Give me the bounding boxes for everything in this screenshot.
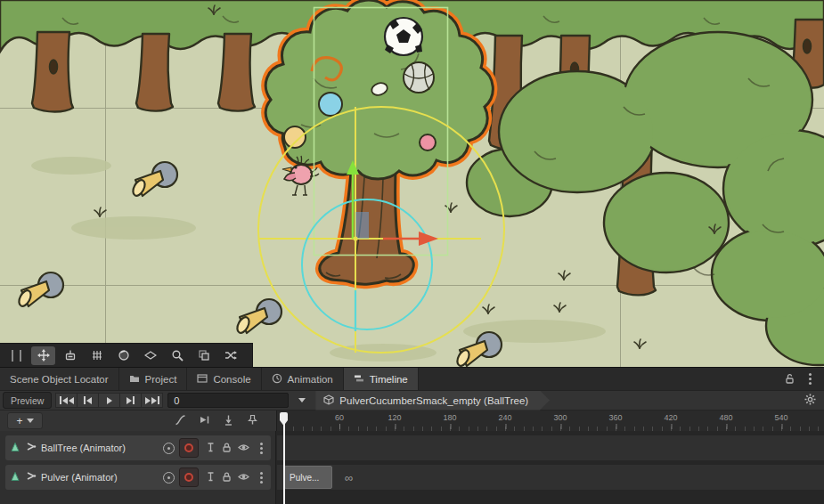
track-label: BallTree (Animator) [41,443,159,453]
kebab-icon[interactable] [809,378,812,380]
add-track-button[interactable]: + [7,412,43,429]
transport-buttons [55,393,163,408]
tab-label: Animation [288,374,333,385]
ruler-tick: 240 [498,413,511,422]
tab-label: Scene Object Locator [10,374,109,385]
move-tool-button[interactable] [31,346,55,365]
animation-clip[interactable]: Pulve... [284,466,332,489]
plane-tool-button[interactable] [138,346,162,365]
target-icon[interactable] [163,443,175,454]
scene-view[interactable] [0,0,824,367]
track-lane-balltree[interactable] [277,435,824,460]
soccer-ball[interactable] [385,18,422,55]
settings-button[interactable] [804,393,816,409]
plus-label: + [16,415,22,427]
avatar-icon [25,440,37,456]
ruler-tick: 120 [388,413,401,422]
ruler-tick: 180 [443,413,456,422]
ruler-tick: 420 [664,413,677,422]
scene-canvas[interactable] [0,0,824,367]
ruler-tick: 540 [774,413,787,422]
lock-icon[interactable] [222,469,232,485]
tab-project[interactable]: Project [119,368,188,390]
animation-icon [272,373,282,386]
tilemap-tool-button[interactable] [85,346,109,365]
pin-icon[interactable] [206,469,216,485]
marker-down-icon[interactable] [223,413,234,429]
tab-timeline[interactable]: Timeline [344,368,419,390]
bottom-panel: Scene Object Locator Project Console Ani… [0,367,824,504]
zoom-tool-button[interactable] [165,346,189,365]
tab-bar-right [776,368,824,390]
record-icon [184,443,193,452]
unlock-icon[interactable] [785,371,795,387]
drag-handle-icon[interactable] [4,346,29,365]
record-icon [184,473,193,482]
ruler-tick: 360 [608,413,622,422]
tab-animation[interactable]: Animation [262,368,344,390]
go-to-end-button[interactable] [141,393,163,408]
gizmo-center[interactable] [354,237,358,241]
timeline-icon [354,373,364,386]
timeline-header-icons [175,413,269,429]
tab-label: Project [145,374,177,385]
plane-handle[interactable] [355,212,369,239]
tab-console[interactable]: Console [187,368,261,390]
volleyball[interactable] [404,62,434,93]
go-to-start-button[interactable] [55,393,78,408]
scene-toolbar [0,343,253,367]
record-button[interactable] [179,438,199,458]
tab-scene-object-locator[interactable]: Scene Object Locator [0,368,119,390]
pin-icon[interactable] [247,413,258,429]
chevron-down-icon [27,419,34,423]
panel-tab-bar: Scene Object Locator Project Console Ani… [0,367,824,390]
clip-label: Pulve... [290,473,319,483]
layers-tool-button[interactable] [192,346,216,365]
kebab-icon[interactable] [260,447,263,450]
track-row-balltree[interactable]: BallTree (Animator) [5,435,271,460]
sphere-tool-button[interactable] [111,346,135,365]
stamp-tool-button[interactable] [58,346,82,365]
editor-window: Scene Object Locator Project Console Ani… [0,0,824,504]
track-toggles [203,469,252,485]
timeline-tracks: BallTree (Animator) Pulver (Animator) [0,431,824,504]
timeline-options-dropdown[interactable] [294,393,310,408]
cube-icon [323,394,334,407]
random-tool-button[interactable] [218,346,242,365]
clip-in-icon[interactable] [199,413,210,429]
timeline-ruler[interactable]: 60 120 180 240 300 360 420 480 540 [276,411,824,431]
avatar-icon [25,469,37,485]
track-lane-pulver[interactable]: Pulve... ∞ [277,465,824,490]
record-button[interactable] [179,467,199,487]
frame-field[interactable]: 0 [167,393,289,408]
ruler-tick: 60 [335,413,344,422]
eye-icon[interactable] [238,469,249,485]
animator-icon [10,469,20,485]
blue-ball[interactable] [319,93,342,116]
console-icon [197,373,208,386]
track-label: Pulver (Animator) [41,472,159,483]
lock-icon[interactable] [222,440,232,456]
track-row-pulver[interactable]: Pulver (Animator) [5,465,271,490]
target-icon[interactable] [163,472,175,484]
previous-frame-button[interactable] [77,393,99,408]
chevron-down-icon [298,398,306,402]
yellow-ball[interactable] [284,126,306,148]
pink-ball[interactable] [420,134,436,150]
kebab-icon[interactable] [260,476,263,479]
next-frame-button[interactable] [119,393,142,408]
folder-icon [129,373,140,386]
breadcrumb[interactable]: PulverCucumberSmack_empty (BallTree) [315,391,550,411]
ruler-tick: 300 [553,413,567,422]
animator-icon [10,440,20,456]
gear-icon [804,393,816,409]
play-button[interactable] [98,393,120,408]
frame-value: 0 [174,395,179,406]
curves-icon[interactable] [175,413,186,429]
loop-infinity-icon: ∞ [345,465,353,490]
playhead[interactable] [279,410,289,504]
eye-icon[interactable] [238,440,249,456]
pin-icon[interactable] [206,440,216,456]
timeline-header-row: + 60 120 180 240 300 360 420 480 [0,410,824,431]
preview-button[interactable]: Preview [3,392,52,409]
